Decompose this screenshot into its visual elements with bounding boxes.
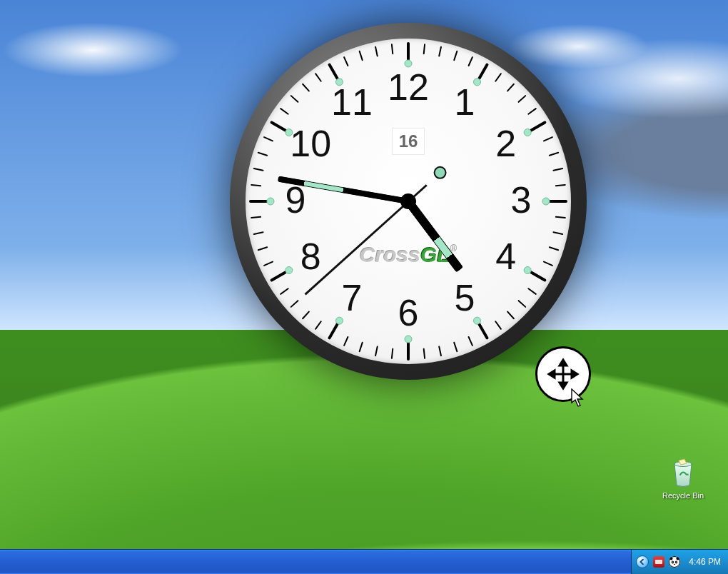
clock-widget[interactable]: 121234567891011 16 CrossGL®	[230, 23, 587, 380]
svg-line-3	[424, 44, 425, 54]
svg-point-44	[336, 317, 343, 324]
svg-line-33	[469, 337, 472, 346]
svg-line-54	[251, 217, 261, 218]
taskbar[interactable]: 4:46 PM	[0, 549, 728, 574]
svg-line-5	[454, 51, 457, 60]
svg-marker-78	[572, 371, 577, 378]
svg-line-66	[315, 74, 321, 81]
svg-line-10	[507, 84, 514, 91]
clock-numeral: 10	[290, 123, 331, 164]
svg-line-40	[375, 346, 378, 356]
recycle-bin-label: Recycle Bin	[655, 491, 711, 500]
svg-point-86	[676, 562, 677, 563]
tray-collapse-button[interactable]	[636, 555, 649, 568]
recycle-bin-desktop-icon[interactable]: Recycle Bin	[655, 457, 711, 500]
clock-numeral: 1	[455, 81, 475, 123]
clock-hub	[400, 193, 416, 209]
svg-line-15	[544, 137, 552, 141]
svg-point-32	[474, 317, 481, 324]
svg-point-56	[267, 198, 274, 205]
svg-line-69	[344, 57, 348, 66]
svg-line-25	[531, 273, 545, 281]
svg-line-21	[556, 217, 565, 218]
svg-point-50	[285, 267, 293, 274]
svg-line-72	[392, 44, 393, 54]
svg-rect-79	[655, 560, 662, 564]
svg-point-85	[672, 562, 673, 563]
tray-clock[interactable]: 4:46 PM	[689, 557, 721, 567]
svg-point-82	[677, 558, 679, 560]
svg-point-87	[674, 564, 675, 565]
svg-line-63	[280, 109, 288, 114]
clock-numeral: 12	[388, 66, 429, 108]
svg-line-71	[375, 47, 378, 56]
svg-line-70	[360, 51, 363, 60]
svg-point-38	[405, 336, 412, 343]
svg-line-17	[553, 168, 562, 171]
svg-marker-75	[560, 360, 567, 366]
tray-utility-icon[interactable]	[653, 556, 664, 568]
svg-line-27	[528, 288, 536, 294]
svg-line-29	[507, 312, 514, 319]
move-arrows-icon	[547, 358, 580, 391]
move-handle[interactable]	[535, 346, 591, 402]
clock-brand-part1: Cross	[360, 243, 420, 266]
svg-line-6	[469, 57, 472, 66]
clock-date: 16	[393, 129, 424, 154]
clock-numeral: 2	[495, 123, 516, 164]
svg-point-26	[524, 267, 531, 274]
svg-line-39	[392, 349, 393, 358]
svg-point-81	[670, 558, 673, 560]
svg-line-53	[254, 232, 263, 234]
svg-marker-77	[549, 371, 555, 378]
svg-line-7	[480, 65, 487, 79]
clock-numeral: 3	[511, 179, 532, 221]
svg-line-35	[439, 346, 441, 356]
svg-point-20	[542, 198, 550, 205]
svg-line-16	[550, 153, 558, 156]
svg-line-59	[258, 153, 267, 156]
svg-line-46	[303, 312, 309, 319]
svg-line-31	[480, 324, 487, 338]
clock-numeral: 5	[455, 277, 475, 318]
svg-line-67	[330, 65, 338, 79]
svg-line-48	[280, 288, 288, 294]
svg-line-28	[519, 301, 526, 307]
svg-line-43	[330, 324, 338, 338]
system-tray[interactable]: 4:46 PM	[631, 550, 728, 574]
svg-line-4	[439, 47, 441, 56]
clock-brand: CrossGL®	[230, 243, 587, 267]
svg-line-47	[291, 301, 298, 307]
chevron-left-icon	[639, 559, 645, 565]
svg-marker-76	[560, 383, 567, 388]
svg-line-34	[454, 343, 457, 351]
recycle-bin-icon	[669, 457, 697, 487]
svg-line-49	[272, 273, 285, 281]
svg-line-11	[519, 96, 526, 102]
second-hand-counterweight	[434, 166, 447, 179]
svg-line-65	[303, 84, 309, 91]
svg-line-60	[264, 137, 273, 141]
svg-line-36	[424, 349, 425, 358]
svg-line-45	[315, 321, 321, 329]
svg-line-12	[528, 109, 536, 114]
clock-numeral: 11	[331, 81, 373, 123]
svg-line-9	[495, 74, 501, 81]
panda-icon[interactable]	[669, 556, 680, 568]
desktop[interactable]: Recycle Bin 121234567891011 16 CrossGL®	[0, 0, 728, 550]
svg-line-18	[556, 185, 565, 186]
svg-line-22	[553, 232, 562, 234]
svg-line-42	[344, 337, 348, 346]
svg-line-64	[291, 96, 298, 102]
svg-line-61	[272, 123, 285, 131]
svg-line-30	[495, 321, 501, 329]
svg-line-41	[360, 343, 363, 351]
svg-point-14	[524, 129, 531, 136]
svg-line-13	[531, 123, 545, 131]
clock-numeral: 6	[398, 292, 419, 333]
svg-line-57	[251, 185, 261, 186]
svg-line-58	[254, 168, 263, 171]
clock-numeral: 7	[342, 277, 363, 318]
